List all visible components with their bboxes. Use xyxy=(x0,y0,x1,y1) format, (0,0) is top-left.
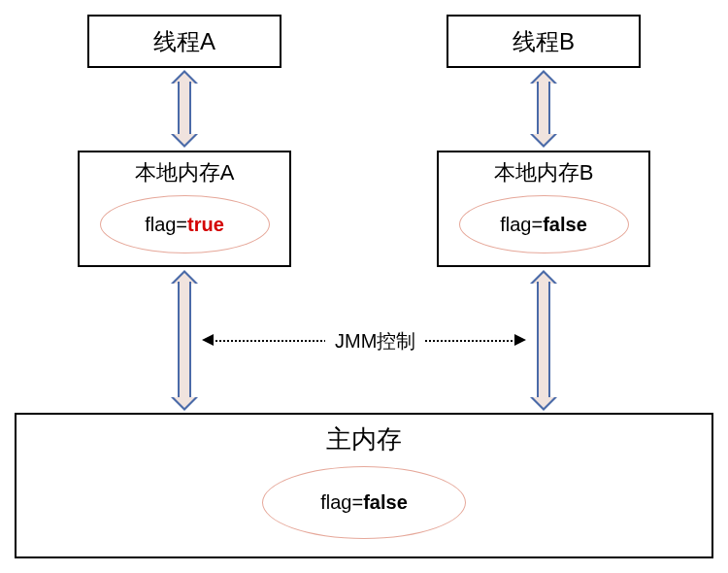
arrow-local-b-to-main xyxy=(530,270,557,411)
local-memory-b-flag-ellipse: flag=false xyxy=(459,195,629,253)
jmm-arrow-left-icon xyxy=(202,334,214,346)
main-flag-prefix: flag= xyxy=(320,491,363,513)
local-b-flag-value: false xyxy=(543,214,587,235)
local-a-flag-prefix: flag= xyxy=(145,214,187,235)
local-memory-a-box: 本地内存A flag=true xyxy=(78,151,291,267)
local-b-flag-prefix: flag= xyxy=(500,214,543,235)
thread-a-label: 线程A xyxy=(153,26,215,57)
local-memory-b-box: 本地内存B flag=false xyxy=(437,151,650,267)
main-flag-value: false xyxy=(363,491,408,513)
local-a-flag-value: true xyxy=(187,214,224,235)
arrow-thread-b-to-local-b xyxy=(530,70,557,148)
arrow-thread-a-to-local-a xyxy=(171,70,198,148)
thread-b-box: 线程B xyxy=(447,15,641,68)
thread-b-label: 线程B xyxy=(513,26,575,57)
local-memory-a-flag-ellipse: flag=true xyxy=(100,195,270,253)
jmm-arrow-right-icon xyxy=(514,334,526,346)
arrow-local-a-to-main xyxy=(171,270,198,411)
local-memory-a-title: 本地内存A xyxy=(80,158,289,187)
jmm-control-label: JMM控制 xyxy=(325,328,425,354)
main-memory-flag-ellipse: flag=false xyxy=(262,466,466,539)
local-memory-b-title: 本地内存B xyxy=(439,158,648,187)
thread-a-box: 线程A xyxy=(87,15,281,68)
main-memory-box: 主内存 flag=false xyxy=(15,413,713,558)
main-memory-title: 主内存 xyxy=(17,422,711,456)
